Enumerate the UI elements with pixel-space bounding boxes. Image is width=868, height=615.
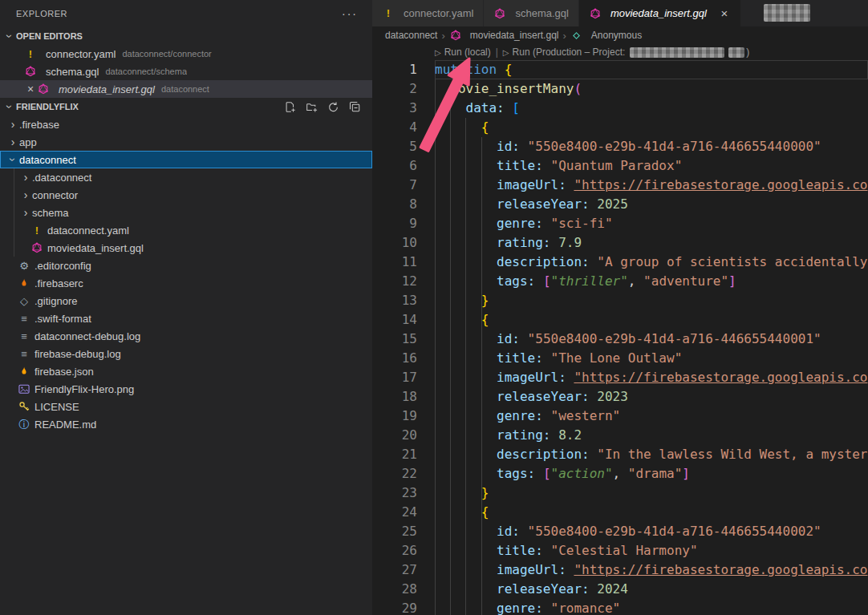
code-line-content: releaseYear: 2024: [435, 580, 628, 599]
line-number: 5: [372, 137, 417, 156]
graphql-icon: [493, 7, 506, 20]
code-line-29[interactable]: 29 genre: "romance": [372, 599, 868, 615]
tree-item-label: dataconnect.yaml: [47, 225, 129, 237]
breadcrumb-item-moviedata_insert.gql[interactable]: moviedata_insert.gql: [449, 29, 559, 42]
codelens-separator: |: [496, 47, 498, 58]
open-editor-schema.gql[interactable]: schema.gqldataconnect/schema: [0, 63, 372, 80]
code-line-11[interactable]: 11 description: "A group of scientists a…: [372, 253, 868, 272]
code-line-26[interactable]: 26 title: "Celestial Harmony": [372, 541, 868, 560]
chevron-right-icon: ›: [6, 118, 19, 131]
tab-moviedata_insert.gql[interactable]: moviedata_insert.gql×: [579, 0, 741, 26]
code-line-3[interactable]: 3 data: [: [372, 99, 868, 118]
tree-item-app[interactable]: ›app: [0, 133, 372, 151]
code-line-8[interactable]: 8 releaseYear: 2025: [372, 195, 868, 214]
code-line-4[interactable]: 4 {: [372, 118, 868, 137]
breadcrumb-label: dataconnect: [385, 30, 437, 41]
code-line-20[interactable]: 20 rating: 8.2: [372, 426, 868, 445]
tree-item-.firebase[interactable]: ›.firebase: [0, 115, 372, 133]
tree-item-.editorconfig[interactable]: ⚙.editorconfig: [0, 257, 372, 274]
code-line-21[interactable]: 21 description: "In the lawless Wild Wes…: [372, 445, 868, 464]
code-line-5[interactable]: 5 id: "550e8400-e29b-41d4-a716-446655440…: [372, 137, 868, 156]
code-line-25[interactable]: 25 id: "550e8400-e29b-41d4-a716-44665544…: [372, 522, 868, 541]
close-icon[interactable]: ×: [718, 6, 731, 20]
code-line-content: description: "In the lawless Wild West, …: [435, 445, 868, 464]
code-line-18[interactable]: 18 releaseYear: 2023: [372, 387, 868, 407]
explorer-sidebar: EXPLORER ··· › OPEN EDITORS !connector.y…: [0, 0, 372, 615]
collapse-all-button[interactable]: [348, 100, 361, 113]
tree-item-dataconnect.yaml[interactable]: !dataconnect.yaml: [0, 221, 372, 239]
breadcrumb-item-Anonymous[interactable]: Anonymous: [570, 29, 642, 42]
code-line-10[interactable]: 10 rating: 7.9: [372, 233, 868, 253]
code-line-7[interactable]: 7 imageUrl: "https://firebasestorage.goo…: [372, 176, 868, 195]
tree-item-.dataconnect[interactable]: ›.dataconnect: [0, 168, 372, 186]
code-line-27[interactable]: 27 imageUrl: "https://firebasestorage.go…: [372, 560, 868, 580]
chevron-right-icon: ›: [19, 171, 32, 184]
tree-item-README.md[interactable]: ⓘREADME.md: [0, 415, 372, 433]
key-icon: [18, 400, 30, 413]
tree-item-connector[interactable]: ›connector: [0, 186, 372, 204]
tab-connector.yaml[interactable]: !connector.yaml: [372, 0, 484, 26]
tree-item-moviedata_insert.gql[interactable]: moviedata_insert.gql: [0, 239, 372, 257]
explorer-toolbar: [283, 100, 372, 113]
line-number: 23: [372, 484, 417, 503]
line-number: 10: [372, 233, 417, 253]
code-line-6[interactable]: 6 title: "Quantum Paradox": [372, 156, 868, 176]
tree-item-firebase.json[interactable]: firebase.json: [0, 362, 372, 380]
code-line-28[interactable]: 28 releaseYear: 2024: [372, 580, 868, 599]
tree-item-label: .editorconfig: [34, 260, 91, 272]
symbol-icon: [570, 29, 583, 42]
info-icon: ⓘ: [18, 418, 30, 431]
codelens-bar: ▷ Run (local) | ▷ Run (Production – Proj…: [372, 44, 868, 60]
graphql-icon: [37, 83, 50, 95]
breadcrumb-item-dataconnect[interactable]: dataconnect: [385, 30, 437, 41]
tab-schema.gql[interactable]: schema.gql: [484, 0, 578, 26]
code-line-16[interactable]: 16 title: "The Lone Outlaw": [372, 349, 868, 368]
workspace-header[interactable]: › FRIENDLYFLIX: [0, 98, 372, 115]
code-line-22[interactable]: 22 tags: ["action", "drama"]: [372, 464, 868, 484]
open-editors-header[interactable]: › OPEN EDITORS: [0, 27, 372, 45]
line-number: 9: [372, 214, 417, 233]
open-editors-list: !connector.yamldataconnect/connectorsche…: [0, 45, 372, 98]
code-line-24[interactable]: 24 {: [372, 503, 868, 522]
new-folder-button[interactable]: [305, 100, 318, 113]
tree-item-FriendlyFlix-Hero.png[interactable]: FriendlyFlix-Hero.png: [0, 380, 372, 398]
code-line-content: description: "A group of scientists acci…: [435, 253, 867, 272]
tree-item-.gitignore[interactable]: ◇.gitignore: [0, 292, 372, 310]
breadcrumb-label: Anonymous: [591, 30, 642, 41]
tree-item-dataconnect-debug.log[interactable]: ≡dataconnect-debug.log: [0, 327, 372, 345]
new-file-button[interactable]: [283, 100, 296, 113]
code-line-23[interactable]: 23 }: [372, 484, 868, 503]
close-icon[interactable]: ×: [24, 83, 37, 95]
tree-item-firebase-debug.log[interactable]: ≡firebase-debug.log: [0, 345, 372, 362]
line-number: 29: [372, 599, 417, 615]
chevron-right-icon: ›: [19, 188, 32, 201]
code-line-1[interactable]: 1mutation {: [372, 60, 868, 79]
run-production-link[interactable]: ▷ Run (Production – Project: ): [503, 47, 749, 58]
code-line-14[interactable]: 14 {: [372, 310, 868, 330]
line-number: 20: [372, 426, 417, 445]
line-number: 12: [372, 272, 417, 291]
graphql-icon: [30, 241, 43, 254]
tree-item-label: .firebaserc: [34, 277, 83, 289]
tree-item-.firebaserc[interactable]: .firebaserc: [0, 274, 372, 292]
code-line-17[interactable]: 17 imageUrl: "https://firebasestorage.go…: [372, 368, 868, 387]
code-line-13[interactable]: 13 }: [372, 291, 868, 310]
open-editor-connector.yaml[interactable]: !connector.yamldataconnect/connector: [0, 45, 372, 63]
code-line-content: releaseYear: 2025: [435, 195, 628, 214]
run-local-link[interactable]: ▷ Run (local): [435, 47, 491, 58]
more-actions-icon[interactable]: ···: [342, 7, 358, 20]
code-line-15[interactable]: 15 id: "550e8400-e29b-41d4-a716-44665544…: [372, 330, 868, 349]
code-line-12[interactable]: 12 tags: ["thriller", "adventure"]: [372, 272, 868, 291]
code-line-19[interactable]: 19 genre: "western": [372, 407, 868, 426]
code-line-9[interactable]: 9 genre: "sci-fi": [372, 214, 868, 233]
tree-item-LICENSE[interactable]: LICENSE: [0, 398, 372, 415]
image-icon: [18, 382, 30, 395]
tree-item-dataconnect[interactable]: ›dataconnect: [0, 151, 372, 168]
code-line-2[interactable]: 2 movie_insertMany(: [372, 79, 868, 99]
code-line-content: imageUrl: "https://firebasestorage.googl…: [435, 176, 867, 195]
open-editor-moviedata_insert.gql[interactable]: ×moviedata_insert.gqldataconnect: [0, 80, 372, 98]
tree-item-schema[interactable]: ›schema: [0, 204, 372, 221]
refresh-button[interactable]: [327, 100, 339, 113]
tree-item-.swift-format[interactable]: ≡.swift-format: [0, 310, 372, 327]
code-editor[interactable]: 1mutation {2 movie_insertMany(3 data: [4…: [372, 60, 868, 615]
